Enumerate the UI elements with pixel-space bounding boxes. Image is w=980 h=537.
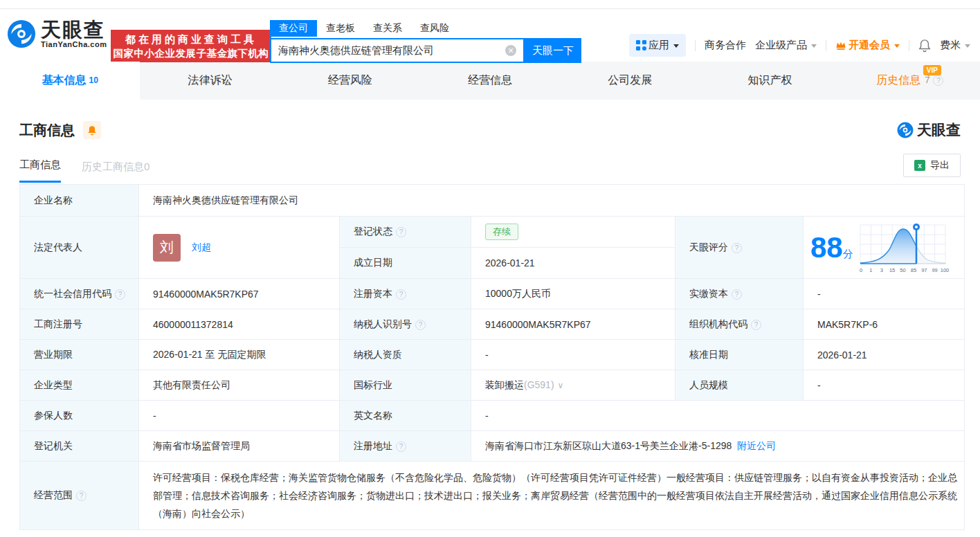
section-title: 工商信息 [19,121,75,140]
help-icon[interactable] [76,491,87,501]
search-button[interactable]: 天眼一下 [525,38,581,63]
staff-size-value: - [804,370,965,401]
cooperation-label: 商务合作 [705,39,746,52]
tab-label: 基本信息 [42,73,86,88]
svg-text:0: 0 [860,267,862,273]
reg-status-cell: 存续 [471,217,675,248]
help-icon[interactable] [415,320,426,330]
enterprise-label: 企业级产品 [755,39,807,52]
notification-bell-icon[interactable] [918,39,931,53]
promo-banner: 都在用的商业查询工具 国家中小企业发展子基金旗下机构 [111,30,271,62]
help-icon[interactable] [751,320,761,330]
subtab-history-business-info[interactable]: 历史工商信息0 [82,161,149,183]
bell-icon [87,125,97,136]
svg-text:1: 1 [869,267,872,273]
avatar[interactable]: 刘 [153,234,181,262]
nav-cooperation[interactable]: 商务合作 [705,39,746,52]
business-info-table: 企业名称 海南神火奥德供应链管理有限公司 法定代表人 刘 刘超 登记状态 存续 … [19,184,965,530]
help-icon[interactable] [933,75,943,86]
score-cell: 88分 [804,217,965,279]
industry-code: (G591) [524,379,554,390]
field-label: 法定代表人 [20,217,139,279]
tab-operating-risk[interactable]: 经营风险 [280,62,420,100]
tianyancha-swirl-icon [7,19,36,48]
field-label: 国标行业 [340,370,471,401]
help-icon[interactable] [732,289,742,300]
tab-label: 经营信息 [468,73,512,88]
table-row: 企业类型 其他有限责任公司 国标行业 装卸搬运(G591)∨ 人员规模 - [20,370,965,401]
distribution-curve-blue [860,228,945,263]
search-tabs: 查公司 查老板 查关系 查风险 [270,20,581,37]
subscribe-bell-button[interactable] [83,121,101,139]
open-vip-button[interactable]: 开通会员 [835,39,900,52]
tab-label: 历史信息 [876,73,920,88]
table-row: 登记机关 海南省市场监督管理局 注册地址 海南省海口市江东新区琼山大道63-1号… [20,431,965,462]
field-label: 企业名称 [20,185,139,217]
tab-history-info[interactable]: VIP 历史信息 7 [840,62,980,100]
table-row: 工商注册号 460000011372814 纳税人识别号 91460000MAK… [20,309,965,340]
field-label: 核准日期 [675,340,804,370]
nearby-companies-link[interactable]: 附近公司 [737,440,776,451]
score-axis: 0 1 3 15 50 85 97 99 100 [860,267,949,273]
field-label: 登记状态 [340,217,471,248]
table-row: 企业名称 海南神火奥德供应链管理有限公司 [20,185,965,217]
apps-grid-icon [636,40,646,51]
vip-label: 开通会员 [849,39,890,52]
business-scope-value: 许可经营项目：保税仓库经营；海关监管货物仓储服务（不含危险化学品、危险货物）（许… [139,462,965,530]
svg-text:15: 15 [889,267,895,273]
search-tab-relation[interactable]: 查关系 [364,20,411,37]
tab-label: 经营风险 [328,73,372,88]
english-name-value: - [471,401,965,431]
tab-legal-proceedings[interactable]: 法律诉讼 [140,62,280,100]
vip-badge: VIP [923,65,941,75]
apps-menu[interactable]: 应用 [629,34,686,57]
search-tab-company[interactable]: 查公司 [270,20,317,37]
help-icon[interactable] [396,442,406,452]
field-label: 天眼评分 [675,217,804,279]
search-box: ✕ [270,38,525,63]
svg-text:85: 85 [910,267,916,273]
tab-intellectual-property[interactable]: 知识产权 [700,62,840,100]
approval-date-value: 2026-01-21 [804,340,965,370]
apps-label: 应用 [648,39,669,52]
chevron-down-icon: ∨ [558,381,564,390]
help-icon[interactable] [396,289,406,300]
field-label: 成立日期 [340,248,471,279]
help-icon[interactable] [115,289,125,300]
user-menu[interactable]: 费米 [940,39,970,52]
banner-line1: 都在用的商业查询工具 [125,32,257,46]
tab-count: 7 [925,75,929,85]
table-row: 参保人数 - 英文名称 - [20,401,965,431]
address-value: 海南省海口市江东新区琼山大道63-1号美兰企业港-5-1298 附近公司 [471,431,965,462]
field-label: 工商注册号 [20,309,139,340]
help-icon[interactable] [732,243,742,253]
tab-count: 10 [89,75,98,85]
help-icon[interactable] [396,227,406,237]
search-tab-risk[interactable]: 查风险 [411,20,458,37]
reg-number-value: 460000011372814 [139,309,340,340]
export-button[interactable]: 导出 [903,154,961,177]
search-tab-boss[interactable]: 查老板 [317,20,364,37]
chevron-down-icon [965,44,970,51]
tab-operating-info[interactable]: 经营信息 [420,62,560,100]
industry-value[interactable]: 装卸搬运(G591)∨ [471,370,675,401]
tab-basic-info[interactable]: 基本信息 10 [0,62,140,100]
header-nav: 应用 商务合作 企业级产品 开通会员 费米 [629,34,970,57]
score-unit: 分 [843,248,853,260]
status-badge: 存续 [485,224,518,240]
clear-search-icon[interactable]: ✕ [505,45,516,56]
nav-enterprise-products[interactable]: 企业级产品 [755,39,817,52]
tianyancha-logo[interactable]: 天眼查 TianYanCha.com [7,19,107,48]
svg-text:50: 50 [900,267,905,273]
table-row: 统一社会信用代码 91460000MAK5R7KP67 注册资本 10000万人… [20,279,965,309]
tab-label: 知识产权 [748,73,792,88]
business-term-value: 2026-01-21 至 无固定期限 [139,340,340,370]
banner-line2: 国家中小企业发展子基金旗下机构 [114,46,269,61]
legal-rep-link[interactable]: 刘超 [192,241,211,252]
search-input[interactable] [278,45,505,57]
field-label: 组织机构代码 [675,309,804,340]
legal-rep-cell: 刘 刘超 [139,217,340,279]
subtab-business-info[interactable]: 工商信息 [19,158,61,183]
tab-company-development[interactable]: 公司发展 [560,62,700,100]
field-label: 实缴资本 [675,279,804,309]
